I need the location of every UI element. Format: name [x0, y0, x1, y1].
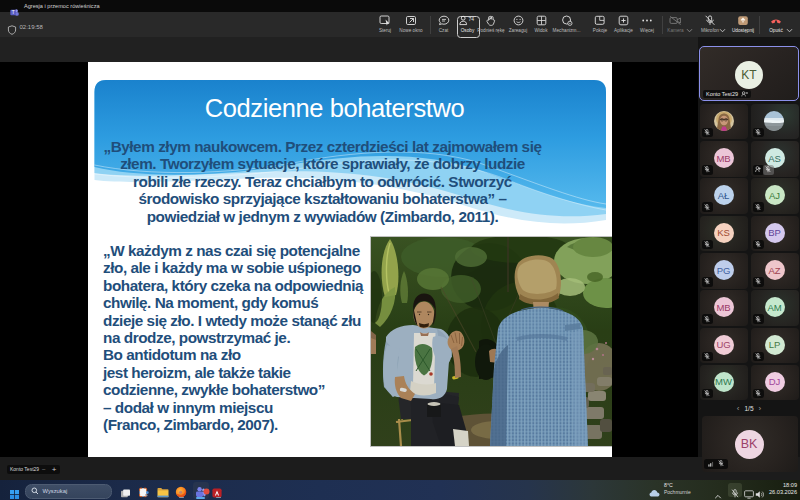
- svg-text:T: T: [12, 10, 15, 15]
